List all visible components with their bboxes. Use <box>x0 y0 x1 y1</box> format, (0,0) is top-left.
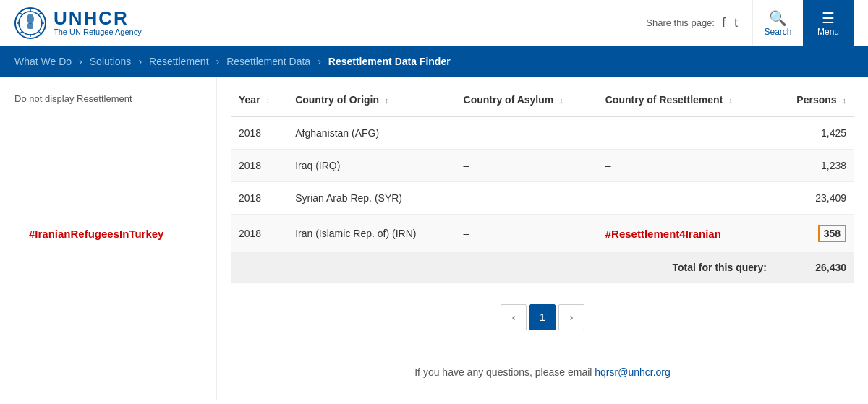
col-persons[interactable]: Persons ↕ <box>774 84 854 116</box>
logo: UNHCR The UN Refugee Agency <box>14 7 142 39</box>
total-label: Total for this query: <box>231 253 774 283</box>
footer-email[interactable]: hqrsr@unhcr.org <box>595 366 670 378</box>
next-page-button[interactable]: › <box>558 304 584 330</box>
cell-year-4: #IranianRefugeesInTurkey 2018 <box>231 215 288 253</box>
cell-persons-2: 1,238 <box>774 150 854 182</box>
svg-line-10 <box>39 12 41 14</box>
sort-asylum-icon: ↕ <box>559 96 563 105</box>
cell-persons-4: 358 <box>774 215 854 253</box>
header-right: Share this page: f t 🔍 Search ☰ Menu <box>646 0 854 46</box>
highlighted-persons: 358 <box>818 225 846 242</box>
breadcrumb-finder: Resettlement Data Finder <box>328 56 451 67</box>
footer-text: If you have any questions, please email <box>414 366 592 378</box>
twitter-icon[interactable]: t <box>734 15 738 30</box>
header: UNHCR The UN Refugee Agency Share this p… <box>0 0 868 46</box>
social-icons: f t <box>722 15 738 30</box>
hashtag-right-label: #Resettlement4Iranian <box>605 228 721 240</box>
cell-resettlement-2: – <box>598 150 774 182</box>
cell-asylum-4: – <box>456 215 598 253</box>
data-table: Year ↕ Country of Origin ↕ Country of As… <box>231 84 854 283</box>
sort-resettlement-icon: ↕ <box>728 96 733 105</box>
logo-subtitle: The UN Refugee Agency <box>54 27 142 37</box>
sort-origin-icon: ↕ <box>385 96 389 105</box>
col-origin[interactable]: Country of Origin ↕ <box>288 84 456 116</box>
breadcrumb-what-we-do[interactable]: What We Do <box>14 56 72 67</box>
table-row: 2018 Iraq (IRQ) – – 1,238 <box>231 150 854 182</box>
menu-label: Menu <box>817 27 839 37</box>
hamburger-icon: ☰ <box>822 9 835 27</box>
svg-line-11 <box>20 31 22 33</box>
logo-text: UNHCR The UN Refugee Agency <box>54 9 142 37</box>
cell-resettlement-4: #Resettlement4Iranian <box>598 215 774 253</box>
col-resettlement[interactable]: Country of Resettlement ↕ <box>598 84 774 116</box>
cell-year-3: 2018 <box>231 182 288 215</box>
svg-line-8 <box>20 12 22 14</box>
cell-resettlement-1: – <box>598 116 774 150</box>
sort-year-icon: ↕ <box>265 96 270 105</box>
cell-origin-1: Afghanistan (AFG) <box>288 116 456 150</box>
cell-asylum-3: – <box>456 182 598 215</box>
sort-persons-icon: ↕ <box>843 96 847 105</box>
breadcrumb-sep-3: › <box>216 56 220 67</box>
cell-persons-1: 1,425 <box>774 116 854 150</box>
page-1-button[interactable]: 1 <box>529 304 556 330</box>
cell-year-1: 2018 <box>231 116 288 150</box>
hashtag-left-label: #IranianRefugeesInTurkey <box>29 228 163 240</box>
search-button[interactable]: 🔍 Search <box>752 0 803 46</box>
svg-rect-3 <box>27 23 33 29</box>
search-label: Search <box>764 27 791 37</box>
svg-point-2 <box>27 14 34 24</box>
svg-line-9 <box>39 31 41 33</box>
total-value: 26,430 <box>774 253 854 283</box>
table-row: 2018 Syrian Arab Rep. (SYR) – – 23,409 <box>231 182 854 215</box>
table-row-highlighted: #IranianRefugeesInTurkey 2018 Iran (Isla… <box>231 215 854 253</box>
logo-unhcr-text: UNHCR <box>54 9 142 27</box>
main-content: Do not display Resettlement Year ↕ Count… <box>0 77 868 400</box>
cell-asylum-2: – <box>456 150 598 182</box>
outer-wrapper: Year ↕ Country of Origin ↕ Country of As… <box>231 84 854 283</box>
col-asylum[interactable]: Country of Asylum ↕ <box>456 84 598 116</box>
pagination: ‹ 1 › <box>231 283 854 352</box>
cell-year-2: 2018 <box>231 150 288 182</box>
unhcr-logo-icon <box>14 7 46 39</box>
search-icon: 🔍 <box>769 9 787 27</box>
breadcrumb-resettlement-data[interactable]: Resettlement Data <box>226 56 310 67</box>
cell-resettlement-3: – <box>598 182 774 215</box>
breadcrumb: What We Do › Solutions › Resettlement › … <box>0 46 868 77</box>
share-text: Share this page: <box>646 17 715 28</box>
prev-page-button[interactable]: ‹ <box>501 304 527 330</box>
footer-note: If you have any questions, please email … <box>231 352 854 400</box>
breadcrumb-sep-4: › <box>318 56 321 67</box>
cell-origin-4: Iran (Islamic Rep. of) (IRN) <box>288 215 456 253</box>
breadcrumb-sep-2: › <box>138 56 142 67</box>
breadcrumb-sep-1: › <box>79 56 82 67</box>
col-year[interactable]: Year ↕ <box>231 84 288 116</box>
total-row: Total for this query: 26,430 <box>231 253 854 283</box>
table-header-row: Year ↕ Country of Origin ↕ Country of As… <box>231 84 854 116</box>
breadcrumb-solutions[interactable]: Solutions <box>90 56 132 67</box>
sidebar-option-no-resettlement[interactable]: Do not display Resettlement <box>0 87 216 110</box>
facebook-icon[interactable]: f <box>722 15 726 30</box>
cell-origin-3: Syrian Arab Rep. (SYR) <box>288 182 456 215</box>
cell-persons-3: 23,409 <box>774 182 854 215</box>
cell-origin-2: Iraq (IRQ) <box>288 150 456 182</box>
table-row: 2018 Afghanistan (AFG) – – 1,425 <box>231 116 854 150</box>
cell-asylum-1: – <box>456 116 598 150</box>
breadcrumb-resettlement[interactable]: Resettlement <box>149 56 208 67</box>
table-area: Year ↕ Country of Origin ↕ Country of As… <box>217 77 868 400</box>
menu-button[interactable]: ☰ Menu <box>803 0 854 46</box>
